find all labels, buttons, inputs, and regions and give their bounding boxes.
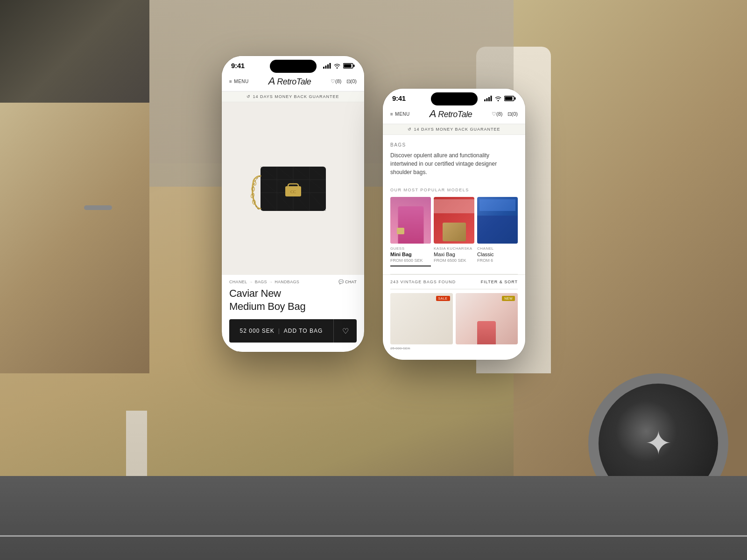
bags-category-page: BAGS Discover opulent allure and functio… — [383, 135, 525, 360]
svg-rect-1 — [325, 65, 327, 69]
svg-rect-2 — [327, 64, 329, 69]
guess-bag-image — [390, 197, 431, 244]
chanel-price-partial: FROM 6 — [477, 258, 518, 263]
hamburger-icon-left: ≡ — [229, 79, 232, 84]
svg-rect-3 — [330, 63, 331, 69]
menu-button-right[interactable]: ≡ MENU — [390, 112, 410, 117]
menu-label-left: MENU — [234, 79, 248, 84]
popular-models-label: OUR MOST POPULAR MODELS — [383, 184, 525, 197]
app-logo-right[interactable]: A RetroTale — [430, 108, 472, 120]
nav-actions-left: ♡(8) ⊡(0) — [331, 78, 357, 84]
guess-indicator — [390, 266, 431, 266]
product-title-line2: Medium Boy Bag — [229, 301, 305, 312]
product-image-area: CC — [222, 102, 364, 275]
new-badge-2: NEW — [502, 296, 515, 301]
category-description: Discover opulent allure and functionalit… — [383, 149, 525, 184]
logo-a-left: A — [268, 75, 275, 87]
product-card-1[interactable]: SALE 25 000 SEK — [390, 293, 453, 350]
filter-sort-button[interactable]: FILTER & SORT — [481, 280, 518, 284]
svg-rect-32 — [484, 99, 486, 101]
cart-count-right[interactable]: ⊡(0) — [507, 111, 518, 117]
menu-label-right: MENU — [395, 112, 409, 117]
chanel-bag-image-thumb — [477, 197, 518, 244]
wifi-icon-left — [333, 63, 341, 69]
model-cards-row[interactable]: GUESS Mini Bag FROM 6500 SEK KASIA KUCHA — [383, 197, 525, 274]
status-icons-right — [484, 96, 516, 101]
kasia-price: FROM 6500 SEK — [434, 258, 474, 263]
wishlist-count-left[interactable]: ♡(8) — [331, 78, 341, 84]
product-price: 52 000 SEK — [240, 328, 275, 334]
chat-icon: 💬 — [338, 280, 344, 284]
product-card-image-2: NEW — [456, 293, 518, 344]
app-navbar-right[interactable]: ≡ MENU A RetroTale ♡(8) ⊡(0) — [383, 105, 525, 124]
breadcrumb-arrow-2: → — [269, 280, 273, 284]
status-icons-left — [323, 63, 355, 69]
results-count: 243 VINTAGE BAGS FOUND — [390, 280, 456, 284]
category-title: BAGS — [383, 135, 525, 149]
money-back-icon-right: ↺ — [408, 127, 412, 132]
logo-text-left: RetroTale — [275, 77, 311, 86]
dynamic-island-left — [270, 60, 317, 73]
guess-price: FROM 6500 SEK — [390, 258, 431, 263]
battery-icon-right — [504, 96, 516, 101]
nav-actions-right: ♡(8) ⊡(0) — [492, 111, 518, 117]
battery-icon-left — [343, 63, 355, 69]
product-card-image-1: SALE — [390, 293, 453, 344]
old-price-1: 25 000 SEK — [390, 346, 453, 350]
kasia-bag-image — [434, 197, 474, 244]
money-back-text-left: 14 DAYS MONEY BACK GUARANTEE — [253, 94, 339, 99]
money-back-banner-left: ↺ 14 DAYS MONEY BACK GUARANTEE — [222, 91, 364, 102]
svg-rect-5 — [344, 64, 352, 67]
wishlist-count-right[interactable]: ♡(8) — [492, 111, 502, 117]
left-phone: 9:41 — [222, 56, 364, 352]
svg-rect-35 — [491, 96, 492, 101]
signal-icon-right — [484, 96, 492, 101]
svg-rect-37 — [505, 97, 513, 100]
logo-text-right: RetroTale — [436, 110, 472, 119]
chanel-name-partial: Classic — [477, 252, 518, 257]
sale-badge-1: SALE — [436, 296, 450, 301]
breadcrumb-handbags[interactable]: HANDBAGS — [275, 280, 299, 284]
product-card-2[interactable]: NEW — [456, 293, 518, 350]
breadcrumb-chanel[interactable]: CHANEL — [229, 280, 247, 284]
product-breadcrumb[interactable]: CHANEL → BAGS → HANDBAGS 💬 CHAT — [222, 275, 364, 286]
time-right: 9:41 — [392, 94, 406, 102]
model-card-chanel-partial[interactable]: CHANEL Classic FROM 6 — [477, 197, 518, 266]
svg-rect-6 — [353, 64, 355, 67]
right-phone: 9:41 — [383, 89, 525, 360]
product-grid: SALE 25 000 SEK NEW — [383, 289, 525, 360]
heart-icon: ♡ — [342, 327, 349, 336]
product-title-line1: Caviar New — [229, 287, 281, 299]
money-back-icon-left: ↺ — [247, 94, 251, 99]
breadcrumb-arrow-1: → — [249, 280, 253, 284]
add-to-bag-button[interactable]: 52 000 SEK | ADD TO BAG — [229, 319, 333, 343]
add-to-bag-bar[interactable]: 52 000 SEK | ADD TO BAG ♡ — [229, 319, 357, 343]
cart-count-left[interactable]: ⊡(0) — [346, 78, 357, 84]
model-card-guess[interactable]: GUESS Mini Bag FROM 6500 SEK — [390, 197, 431, 266]
app-navbar-left[interactable]: ≡ MENU A RetroTale ♡(8) ⊡(0) — [222, 72, 364, 91]
product-title: Caviar New Medium Boy Bag — [222, 286, 364, 317]
svg-rect-0 — [323, 67, 324, 69]
guess-brand: GUESS — [390, 246, 431, 251]
chat-label: CHAT — [345, 280, 357, 284]
hamburger-icon-right: ≡ — [390, 112, 393, 117]
svg-rect-34 — [488, 97, 490, 101]
guess-name: Mini Bag — [390, 252, 431, 257]
wishlist-button[interactable]: ♡ — [333, 319, 357, 343]
bag-image-container: CC — [222, 102, 364, 275]
signal-icon-left — [323, 63, 331, 69]
chat-button[interactable]: 💬 CHAT — [338, 280, 357, 284]
svg-text:CC: CC — [290, 189, 296, 194]
time-left: 9:41 — [231, 62, 245, 70]
results-header: 243 VINTAGE BAGS FOUND FILTER & SORT — [383, 274, 525, 289]
chanel-bag-svg: CC — [247, 153, 340, 225]
model-card-kasia[interactable]: KASIA KUCHARSKA Maxi Bag FROM 6500 SEK — [434, 197, 474, 266]
wifi-icon-right — [494, 96, 502, 101]
menu-button-left[interactable]: ≡ MENU — [229, 79, 249, 84]
app-logo-left[interactable]: A RetroTale — [268, 75, 311, 87]
breadcrumb-bags[interactable]: BAGS — [255, 280, 267, 284]
kasia-brand: KASIA KUCHARSKA — [434, 246, 474, 251]
phones-container: 9:41 — [0, 0, 747, 560]
add-to-bag-label: ADD TO BAG — [284, 328, 323, 334]
dynamic-island-right — [431, 92, 478, 105]
